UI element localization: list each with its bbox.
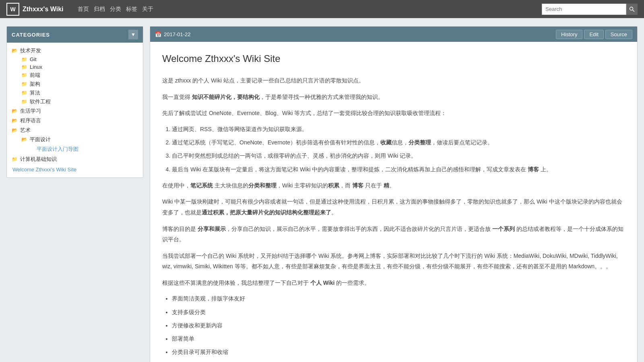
category-item-art[interactable]: 📂 艺术: [8, 125, 141, 135]
svg-line-1: [633, 10, 635, 12]
category-label-arch: 架构: [30, 80, 40, 88]
folder-icon-arch: 📁: [21, 81, 27, 87]
list-item: 分类目录可展开和收缩: [172, 347, 625, 357]
content-para-8: 根据这些不算满意的使用体验，我总结整理了一下自己对于 个人 Wiki 的一些需求…: [162, 278, 625, 288]
list-item: 界面简洁美观，排版字体友好: [172, 294, 625, 304]
search-area: [542, 4, 638, 15]
category-link-design-intro[interactable]: 平面设计入门导图: [33, 144, 141, 154]
date-value: 2017-01-22: [164, 31, 191, 37]
folder-open-icon-proglang: 📂: [12, 118, 18, 123]
folder-open-icon: 📂: [12, 48, 18, 53]
main-layout: CATEGORIES ▼ 📂 技术开发 📁 Git 📁 Linux: [0, 18, 644, 362]
categories-title: CATEGORIES: [12, 32, 50, 38]
category-label-algo: 算法: [30, 89, 40, 97]
list-item: 通过网页、RSS、微信等网络渠道作为知识获取来源。: [172, 124, 625, 134]
list-item: 支持多级分类: [172, 307, 625, 317]
category-label-git: Git: [30, 56, 37, 62]
folder-icon-git: 📁: [21, 57, 27, 62]
categories-toggle-button[interactable]: ▼: [128, 30, 138, 39]
bold-text-1: 知识不能碎片化，要结构化: [192, 94, 260, 100]
bold-personal-wiki: 个人 Wiki: [310, 280, 335, 286]
category-sub-art: 📂 平面设计 平面设计入门导图: [8, 135, 141, 154]
category-sub-tech: 📁 Git 📁 Linux 📁 前端 📁 架构: [8, 56, 141, 106]
category-label-frontend: 前端: [30, 72, 40, 79]
nav-link-关于[interactable]: 关于: [140, 4, 156, 14]
category-label-software: 软件工程: [30, 98, 51, 105]
source-button[interactable]: Source: [605, 30, 632, 39]
logo-box: W: [6, 3, 19, 16]
content-toolbar: 📅 2017-01-22 History Edit Source: [150, 27, 637, 42]
calendar-icon: 📅: [155, 31, 161, 37]
list-item: 部署简单: [172, 334, 625, 344]
list-item: 自己平时突然想到或总结的一两句话，或很零碎的点子、灵感，初步消化的内容，则用 W…: [172, 151, 625, 161]
folder-open-icon-design: 📂: [21, 137, 27, 142]
category-item-arch[interactable]: 📁 架构: [18, 80, 141, 88]
ordered-list: 通过网页、RSS、微信等网络渠道作为知识获取来源。 通过笔记系统（手写笔记、On…: [172, 124, 625, 175]
nav-link-首页[interactable]: 首页: [75, 4, 91, 14]
bold-through-acc: 通过积累，把原大量碎片化的知识结构化整理起来了: [202, 209, 331, 216]
categories-body: 📂 技术开发 📁 Git 📁 Linux 📁 前端: [7, 43, 143, 177]
content-para-1: 这是 zthxxx 的个人 Wiki 站点，主要记录一些自己总结的只言片语的零散…: [162, 75, 625, 86]
bold-text-3: 分类整理: [409, 139, 431, 146]
content-para-6: 博客的目的是 分享和展示，分享自己的知识，展示自己的水平，需要放拿得出手的东西，…: [162, 224, 625, 245]
content-para-4: 在使用中，笔记系统 主大块信息的分类和整理，Wiki 主零碎知识的积累，而 博客…: [162, 180, 625, 191]
folder-icon-linux: 📁: [21, 64, 27, 70]
category-item-design[interactable]: 📂 平面设计: [18, 135, 141, 144]
nav-link-归档[interactable]: 归档: [91, 4, 107, 14]
category-item-proglang[interactable]: 📂 程序语言: [8, 116, 141, 125]
categories-panel: CATEGORIES ▼ 📂 技术开发 📁 Git 📁 Linux: [6, 26, 143, 178]
logo-area: W Zthxxx's Wiki: [6, 3, 63, 16]
current-page-link[interactable]: Welcome Zthxxx's Wiki Site: [12, 167, 137, 173]
category-item-life[interactable]: 📂 生活学习: [8, 106, 141, 116]
main-nav: 首页归档分类标签关于: [75, 6, 156, 13]
current-page-area: Welcome Zthxxx's Wiki Site: [8, 164, 141, 174]
folder-icon-cs: 📁: [12, 156, 18, 162]
category-item-tech[interactable]: 📂 技术开发: [8, 46, 141, 56]
svg-point-0: [630, 7, 633, 10]
list-item: 最后当 Wiki 在某版块有一定量后，将这方面笔记和 Wiki 中的内容重读，整…: [172, 165, 625, 175]
edit-button[interactable]: Edit: [584, 30, 603, 39]
content-title: Welcome Zthxxx's Wiki Site: [162, 50, 625, 67]
folder-icon-frontend: 📁: [21, 72, 27, 78]
category-label-design: 平面设计: [30, 136, 51, 143]
toolbar-buttons: History Edit Source: [556, 30, 632, 39]
history-button[interactable]: History: [556, 30, 582, 39]
folder-open-icon-art: 📂: [12, 128, 18, 133]
category-item-frontend[interactable]: 📁 前端: [18, 71, 141, 80]
category-item-git[interactable]: 📁 Git: [18, 56, 141, 63]
category-label-linux: Linux: [30, 64, 42, 70]
category-item-cs[interactable]: 📁 计算机基础知识: [8, 154, 141, 164]
search-icon: [629, 6, 635, 12]
category-label-tech: 技术开发: [20, 47, 41, 54]
category-item-software[interactable]: 📁 软件工程: [18, 97, 141, 106]
content-body: Welcome Zthxxx's Wiki Site 这是 zthxxx 的个人…: [150, 42, 637, 362]
category-item-linux[interactable]: 📁 Linux: [18, 63, 141, 71]
categories-header: CATEGORIES ▼: [7, 27, 143, 43]
bold-fine: 精: [384, 182, 389, 189]
folder-open-icon-life: 📂: [12, 108, 18, 114]
bold-text-4: 博客: [528, 166, 539, 173]
bold-share: 分享和展示: [198, 226, 226, 232]
bold-accumulate: 积累: [328, 182, 339, 189]
search-input[interactable]: [542, 4, 626, 15]
content-para-2: 我一直觉得 知识不能碎片化，要结构化，于是希望寻找一种优雅的方式来管理我的知识。: [162, 92, 625, 103]
category-label-art: 艺术: [20, 127, 31, 134]
category-label-life: 生活学习: [20, 107, 41, 115]
sidebar: CATEGORIES ▼ 📂 技术开发 📁 Git 📁 Linux: [6, 26, 143, 362]
nav-link-分类[interactable]: 分类: [107, 4, 124, 14]
header: W Zthxxx's Wiki 首页归档分类标签关于: [0, 0, 644, 18]
bold-classify: 分类和整理: [248, 182, 277, 189]
nav-link-标签[interactable]: 标签: [124, 4, 140, 14]
bullet-list: 界面简洁美观，排版字体友好 支持多级分类 方便修改和更新内容 部署简单 分类目录…: [172, 294, 625, 362]
content-panel: 📅 2017-01-22 History Edit Source Welcome…: [150, 26, 638, 362]
folder-icon-software: 📁: [21, 99, 27, 105]
folder-icon-algo: 📁: [21, 90, 27, 96]
search-button[interactable]: [626, 4, 638, 15]
category-sub-design: 平面设计入门导图: [18, 144, 141, 154]
content-para-5: Wiki 中某一版块刚建时，可能只有很少内容或者就一句话，但是通过这种使用流程，…: [162, 196, 625, 218]
list-item: 展开分类时可查看该分类下所有文章／词条的标题: [172, 360, 625, 362]
category-item-algo[interactable]: 📁 算法: [18, 88, 141, 97]
bold-note-sys: 笔记系统: [190, 182, 213, 189]
category-label-cs: 计算机基础知识: [20, 156, 57, 163]
content-date: 📅 2017-01-22: [155, 31, 191, 37]
